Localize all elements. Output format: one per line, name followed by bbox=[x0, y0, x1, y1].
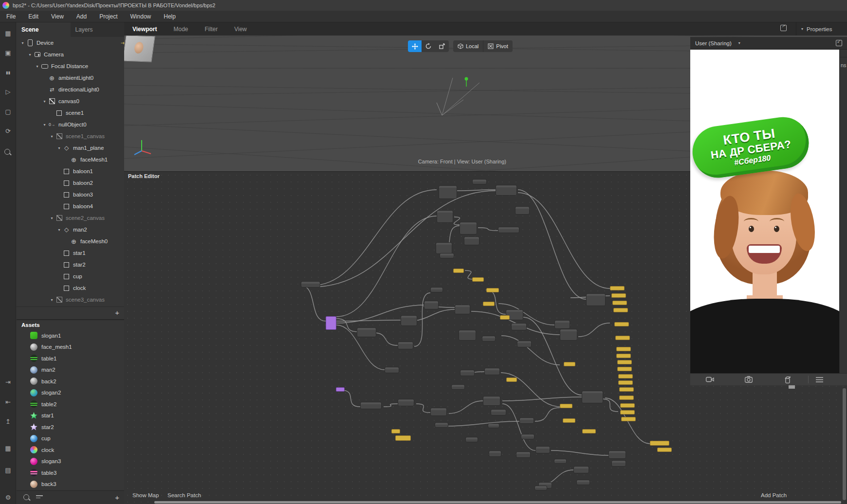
patch-node[interactable] bbox=[360, 402, 382, 409]
add-patch-button[interactable]: Add Patch bbox=[761, 492, 787, 498]
filter-icon[interactable] bbox=[36, 495, 43, 500]
patch-node[interactable] bbox=[465, 437, 478, 442]
library-icon[interactable]: ▤ bbox=[0, 467, 16, 474]
patch-node[interactable] bbox=[535, 446, 550, 453]
patch-node[interactable] bbox=[398, 342, 413, 349]
tree-row-Camera[interactable]: ▾Camera↦ bbox=[17, 49, 135, 60]
patch-node[interactable] bbox=[516, 451, 531, 458]
menu-edit[interactable]: Edit bbox=[22, 11, 45, 22]
send-to-device-icon[interactable]: ⇥ bbox=[0, 379, 16, 386]
patch-node[interactable] bbox=[401, 315, 417, 326]
patch-node[interactable] bbox=[515, 206, 530, 215]
asset-item-table1[interactable]: table1 bbox=[17, 353, 124, 364]
tab-viewport[interactable]: Viewport bbox=[124, 26, 165, 33]
patch-node[interactable] bbox=[650, 441, 669, 446]
patch-node[interactable] bbox=[616, 347, 631, 351]
patch-node[interactable] bbox=[435, 422, 448, 428]
expand-icon[interactable]: ▾ bbox=[28, 53, 32, 57]
patch-node[interactable] bbox=[460, 370, 475, 376]
menu-file[interactable]: File bbox=[0, 11, 22, 22]
tree-row-Device[interactable]: ▾Device⇥ bbox=[17, 37, 128, 49]
camera-view-icon[interactable]: ▣ bbox=[0, 50, 16, 56]
search-icon[interactable] bbox=[23, 494, 29, 500]
search-icon[interactable] bbox=[4, 149, 10, 155]
expand-icon[interactable]: ▾ bbox=[50, 216, 54, 220]
patch-node[interactable] bbox=[472, 179, 487, 184]
patch-node[interactable] bbox=[483, 302, 495, 306]
patch-node[interactable] bbox=[564, 362, 575, 366]
patch-node[interactable] bbox=[488, 423, 499, 428]
patch-node[interactable] bbox=[472, 277, 484, 282]
workspace-icon[interactable]: ▦ bbox=[0, 30, 16, 37]
patch-node[interactable] bbox=[576, 480, 590, 485]
patch-node[interactable] bbox=[620, 403, 635, 408]
expand-icon[interactable]: ▾ bbox=[50, 298, 54, 302]
patch-node[interactable] bbox=[506, 378, 517, 382]
expand-icon[interactable]: ▾ bbox=[57, 228, 61, 232]
show-map-button[interactable]: Show Map bbox=[132, 492, 159, 498]
search-patch-button[interactable]: Search Patch bbox=[167, 492, 201, 498]
patch-node[interactable] bbox=[618, 374, 633, 378]
patch-node[interactable] bbox=[491, 409, 506, 415]
patch-node[interactable] bbox=[611, 293, 626, 298]
patch-node[interactable] bbox=[613, 308, 628, 312]
properties-header[interactable]: ▾ Properties bbox=[796, 22, 847, 36]
expand-icon[interactable]: ▾ bbox=[35, 64, 39, 69]
patch-node[interactable] bbox=[619, 396, 634, 400]
menu-window[interactable]: Window bbox=[124, 11, 158, 22]
vertical-scrollbar[interactable] bbox=[843, 388, 846, 500]
tab-layers[interactable]: Layers bbox=[71, 22, 125, 37]
patch-node[interactable] bbox=[398, 399, 414, 406]
asset-item-slogan3[interactable]: slogan3 bbox=[17, 456, 124, 468]
pivot-button[interactable]: Pivot bbox=[483, 40, 512, 52]
add-object-button[interactable]: + bbox=[115, 308, 119, 317]
patch-node[interactable] bbox=[460, 222, 477, 234]
menu-view[interactable]: View bbox=[45, 11, 70, 22]
patch-node[interactable] bbox=[436, 242, 452, 254]
patch-node[interactable] bbox=[657, 448, 672, 452]
upload-icon[interactable]: ↥ bbox=[0, 418, 16, 425]
patch-node[interactable] bbox=[619, 387, 634, 392]
play-icon[interactable]: ▷ bbox=[0, 89, 16, 95]
menu-add[interactable]: Add bbox=[70, 11, 93, 22]
patch-node[interactable] bbox=[521, 434, 534, 439]
patch-node[interactable] bbox=[615, 336, 630, 340]
asset-item-cup[interactable]: cup bbox=[17, 433, 124, 445]
patch-node[interactable] bbox=[500, 315, 510, 320]
patch-node[interactable] bbox=[440, 253, 454, 258]
patch-node[interactable] bbox=[534, 486, 547, 490]
tab-mode[interactable]: Mode bbox=[165, 26, 196, 33]
frame-icon[interactable]: ▢ bbox=[0, 108, 16, 115]
patch-node[interactable] bbox=[612, 301, 627, 305]
settings-gear-icon[interactable]: ⚙ bbox=[0, 494, 16, 501]
columns-icon[interactable]: ▮▮ bbox=[0, 70, 16, 76]
restart-icon[interactable]: ⟳ bbox=[0, 128, 16, 135]
patch-node[interactable] bbox=[610, 286, 625, 290]
patch-node[interactable] bbox=[489, 450, 501, 457]
patch-node[interactable] bbox=[498, 227, 519, 233]
patch-node[interactable] bbox=[617, 360, 632, 364]
patch-node[interactable] bbox=[560, 329, 577, 341]
capture-icon[interactable] bbox=[729, 376, 768, 383]
patch-node[interactable] bbox=[326, 316, 336, 330]
patch-node[interactable] bbox=[608, 450, 626, 459]
patch-node[interactable] bbox=[620, 410, 635, 414]
patch-node[interactable] bbox=[496, 185, 517, 196]
asset-item-back2[interactable]: back2 bbox=[17, 376, 124, 387]
patch-node[interactable] bbox=[560, 404, 572, 408]
horizontal-scrollbar[interactable] bbox=[154, 501, 841, 504]
tab-scene[interactable]: Scene bbox=[17, 22, 71, 37]
patch-node[interactable] bbox=[618, 380, 633, 385]
rotate-tool-button[interactable] bbox=[422, 40, 435, 52]
receive-icon[interactable]: ⇤ bbox=[0, 399, 16, 406]
menu-project[interactable]: Project bbox=[93, 11, 124, 22]
collapse-preview-icon[interactable] bbox=[836, 40, 842, 46]
asset-item-back3[interactable]: back3 bbox=[17, 479, 124, 490]
expand-icon[interactable]: ▾ bbox=[57, 146, 61, 150]
asset-item-slogan2[interactable]: slogan2 bbox=[17, 387, 124, 399]
patch-node[interactable] bbox=[483, 396, 500, 406]
patch-node[interactable] bbox=[614, 322, 629, 326]
asset-item-slogan1[interactable]: slogan1 bbox=[17, 330, 124, 342]
chevron-down-icon[interactable]: ▾ bbox=[738, 41, 740, 45]
patch-node[interactable] bbox=[563, 418, 575, 423]
